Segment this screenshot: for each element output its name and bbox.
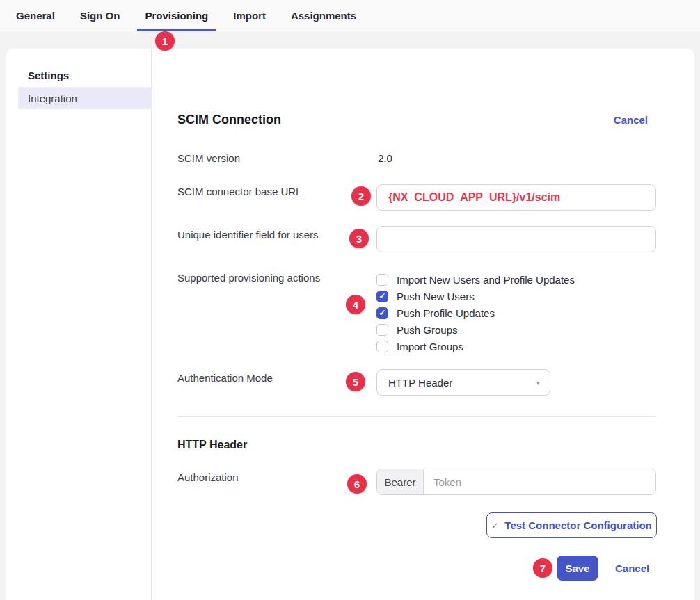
provisioning-actions-label: Supported provisioning actions (177, 272, 320, 284)
annotation-badge-7: 7 (533, 558, 552, 578)
annotation-badge-3: 3 (349, 229, 369, 248)
checkbox-label: Push New Users (397, 291, 475, 302)
checkmark-icon: ✓ (379, 292, 385, 300)
sidebar-item-integration[interactable]: Integration (18, 87, 152, 109)
tab-assignments[interactable]: Assignments (283, 0, 364, 31)
cancel-button-bottom[interactable]: Cancel (615, 562, 649, 574)
http-header-title: HTTP Header (177, 439, 247, 451)
checkbox-push-groups[interactable]: ✓ (376, 324, 388, 336)
checkbox-row-push-profile-updates[interactable]: ✓ Push Profile Updates (376, 305, 575, 321)
tab-general[interactable]: General (8, 0, 63, 31)
base-url-label: SCIM connector base URL (177, 186, 301, 197)
provisioning-actions-group: ✓ Import New Users and Profile Updates ✓… (376, 271, 575, 355)
checkbox-push-profile-updates[interactable]: ✓ (376, 307, 388, 319)
checkbox-push-new-users[interactable]: ✓ (376, 291, 388, 302)
checkbox-label: Import New Users and Profile Updates (397, 274, 575, 286)
test-connector-label: Test Connector Configuration (504, 519, 651, 531)
annotation-badge-1: 1 (155, 31, 175, 51)
cancel-link-top[interactable]: Cancel (614, 114, 648, 126)
unique-identifier-label: Unique identifier field for users (177, 229, 319, 241)
auth-mode-label: Authentication Mode (177, 372, 273, 384)
checkbox-import-new-users[interactable]: ✓ (376, 274, 388, 286)
tab-sign-on[interactable]: Sign On (72, 0, 128, 31)
checkbox-label: Push Groups (397, 324, 458, 336)
annotation-badge-4: 4 (346, 295, 365, 314)
checkbox-import-groups[interactable]: ✓ (376, 341, 388, 352)
chevron-down-icon: ▾ (536, 379, 540, 387)
scim-connection-title: SCIM Connection (177, 113, 281, 127)
tab-import[interactable]: Import (225, 0, 273, 31)
app-tabbar: General Sign On Provisioning Import Assi… (0, 0, 700, 31)
checkbox-row-import-groups[interactable]: ✓ Import Groups (376, 338, 575, 355)
tab-provisioning[interactable]: Provisioning (137, 0, 216, 31)
sidebar-header: Settings (28, 70, 69, 81)
scim-version-label: SCIM version (177, 152, 240, 164)
unique-identifier-input[interactable] (376, 226, 656, 252)
save-button[interactable]: Save (557, 556, 598, 581)
section-divider (177, 416, 656, 417)
bearer-prefix: Bearer (377, 469, 424, 494)
authorization-label: Authorization (177, 471, 239, 483)
provisioning-settings-page: General Sign On Provisioning Import Assi… (0, 0, 700, 600)
check-icon: ✓ (491, 521, 498, 530)
annotation-badge-2: 2 (351, 186, 371, 206)
auth-mode-select[interactable]: HTTP Header ▾ (376, 369, 550, 396)
checkbox-label: Push Profile Updates (397, 307, 495, 319)
checkbox-row-push-new-users[interactable]: ✓ Push New Users (376, 288, 575, 305)
token-input[interactable] (424, 469, 655, 494)
checkbox-row-push-groups[interactable]: ✓ Push Groups (376, 321, 575, 338)
authorization-input-group: Bearer (376, 469, 656, 495)
checkbox-row-import-new-users[interactable]: ✓ Import New Users and Profile Updates (376, 271, 575, 288)
auth-mode-selected-value: HTTP Header (388, 377, 452, 389)
annotation-badge-5: 5 (346, 372, 365, 391)
base-url-input[interactable] (376, 184, 656, 211)
checkmark-icon: ✓ (379, 309, 385, 317)
scim-version-value: 2.0 (378, 152, 392, 164)
settings-sidebar: Settings Integration (6, 49, 152, 600)
checkbox-label: Import Groups (397, 341, 463, 352)
test-connector-configuration-button[interactable]: ✓ Test Connector Configuration (486, 512, 657, 538)
annotation-badge-6: 6 (347, 474, 367, 494)
